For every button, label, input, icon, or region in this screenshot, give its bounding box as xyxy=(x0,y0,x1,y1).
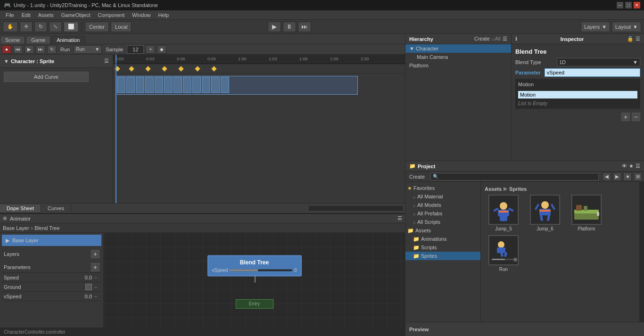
animator-menu[interactable]: ☰ xyxy=(397,215,402,221)
hierarchy-create[interactable]: Create xyxy=(474,36,490,42)
play-button[interactable]: ▶ xyxy=(268,22,281,32)
tree-all-material[interactable]: ⌕ All Material xyxy=(405,192,480,201)
menu-component[interactable]: Component xyxy=(94,11,128,19)
anim-play-btn[interactable]: ▶ xyxy=(25,45,34,54)
anim-loop-btn[interactable]: ↻ xyxy=(47,45,57,54)
rect-tool-button[interactable]: ⬜ xyxy=(64,22,79,32)
project-search[interactable]: 🔍 xyxy=(430,173,599,180)
breadcrumb-base-layer[interactable]: Base Layer xyxy=(3,225,29,231)
playhead-track[interactable] xyxy=(116,64,116,203)
pivot-button[interactable]: Center xyxy=(85,22,109,32)
param-vspeed-minus[interactable]: − xyxy=(92,294,99,299)
preview-section: Preview xyxy=(405,322,644,336)
add-motion-button[interactable]: + xyxy=(621,113,630,121)
asset-platform[interactable]: Platform xyxy=(568,195,605,231)
anim-prev-btn[interactable]: ⏮ xyxy=(13,45,23,54)
animator-graph[interactable]: Blend Tree vSpeed 0 Entry xyxy=(104,233,405,328)
menu-gameobject[interactable]: GameObject xyxy=(58,11,94,19)
hierarchy-item-main-camera[interactable]: Main Camera xyxy=(405,53,511,61)
pause-button[interactable]: ⏸ xyxy=(283,22,296,32)
layout-dropdown[interactable]: Layout ▼ xyxy=(612,22,641,32)
keyframe-1[interactable] xyxy=(129,66,134,71)
param-ground-checkbox[interactable] xyxy=(85,284,92,290)
tree-animations[interactable]: 📁 Animations xyxy=(405,235,480,243)
space-button[interactable]: Local xyxy=(111,22,132,32)
tree-sprites[interactable]: 📁 Sprites xyxy=(405,252,480,260)
add-keyframe-btn[interactable]: ◆ xyxy=(157,45,166,54)
rotate-tool-button[interactable]: ↻ xyxy=(34,22,47,32)
anim-record-btn[interactable]: ● xyxy=(2,45,11,54)
add-event-btn[interactable]: + xyxy=(146,45,155,54)
project-menu[interactable]: ☰ xyxy=(636,163,640,169)
menu-help[interactable]: Help xyxy=(154,11,173,19)
tab-scene[interactable]: Scene xyxy=(0,36,25,44)
right-top: Hierarchy Create ⌕All ☰ ▼ Character Main… xyxy=(405,34,644,161)
hand-tool-button[interactable]: ✋ xyxy=(3,22,18,32)
param-speed-minus[interactable]: − xyxy=(92,275,99,280)
project-filter-btn[interactable]: ★ xyxy=(623,172,632,181)
tree-favorites[interactable]: ★ Favorites xyxy=(405,184,480,192)
project-size-btn[interactable]: ⊞ xyxy=(634,172,642,181)
project-eye[interactable]: 👁 xyxy=(622,163,627,169)
run-dropdown[interactable]: Run ▼ xyxy=(74,45,102,54)
asset-run[interactable]: Run xyxy=(485,235,522,272)
project-fwd-btn[interactable]: ▶ xyxy=(613,172,621,181)
sample-value[interactable]: 12 xyxy=(127,45,144,54)
tab-curves[interactable]: Curves xyxy=(41,205,71,212)
hierarchy-menu[interactable]: ☰ xyxy=(503,36,507,42)
menu-assets[interactable]: Assets xyxy=(34,11,58,19)
move-tool-button[interactable]: ✛ xyxy=(20,22,33,32)
anim-next-btn[interactable]: ⏭ xyxy=(36,45,45,54)
inspector-lock[interactable]: 🔒 xyxy=(627,36,634,42)
menu-window[interactable]: Window xyxy=(128,11,154,19)
remove-motion-button[interactable]: − xyxy=(632,113,640,121)
hierarchy-item-platform[interactable]: Platform xyxy=(405,61,511,70)
tree-assets[interactable]: 📁 Assets xyxy=(405,226,480,235)
motion-selected-row[interactable]: Motion xyxy=(518,91,637,98)
tab-animation[interactable]: Animation xyxy=(51,36,85,44)
keyframe-3[interactable] xyxy=(162,66,167,71)
project-star[interactable]: ★ xyxy=(629,163,634,169)
param-ground-minus[interactable]: − xyxy=(92,284,99,290)
parameter-value[interactable]: vSpeed xyxy=(545,68,640,77)
add-param-button[interactable]: + xyxy=(91,263,99,271)
blend-type-value[interactable]: 1D ▼ xyxy=(557,58,640,66)
close-button[interactable]: ✕ xyxy=(634,2,640,8)
tree-all-prefabs[interactable]: ⌕ All Prefabs xyxy=(405,209,480,218)
blend-tree-node[interactable]: Blend Tree vSpeed 0 xyxy=(207,255,302,277)
keyframe-4[interactable] xyxy=(178,66,183,71)
add-layer-button[interactable]: + xyxy=(91,250,99,258)
param-speed-value[interactable]: 0.0 xyxy=(73,275,92,280)
tab-game[interactable]: Game xyxy=(26,36,50,44)
asset-jump6[interactable]: Jump_6 xyxy=(526,195,564,231)
param-slider[interactable] xyxy=(230,269,292,271)
menu-edit[interactable]: Edit xyxy=(18,11,34,19)
entry-node[interactable]: Entry xyxy=(236,299,273,309)
tree-all-scripts[interactable]: ⌕ All Scripts xyxy=(405,218,480,226)
inspector-menu[interactable]: ☰ xyxy=(636,36,640,42)
project-back-btn[interactable]: ◀ xyxy=(603,172,611,181)
menu-file[interactable]: File xyxy=(2,11,18,19)
timeline-scrollbar[interactable] xyxy=(309,206,403,211)
tab-dope-sheet[interactable]: Dope Sheet xyxy=(0,205,41,212)
project-scrollbar[interactable] xyxy=(639,182,644,322)
maximize-button[interactable]: □ xyxy=(625,2,632,8)
breadcrumb-blend-tree[interactable]: Blend Tree xyxy=(34,225,59,231)
tree-scripts[interactable]: 📁 Scripts xyxy=(405,243,480,252)
keyframe-6[interactable] xyxy=(211,66,216,71)
keyframe-5[interactable] xyxy=(195,66,200,71)
asset-jump5[interactable]: Jump_5 xyxy=(485,195,522,231)
project-create-btn[interactable]: Create xyxy=(407,174,427,180)
scale-tool-button[interactable]: ⤡ xyxy=(49,22,62,32)
tab-animator[interactable]: Animator xyxy=(10,216,31,221)
param-vspeed-value[interactable]: 0.0 xyxy=(73,294,92,299)
add-curve-button[interactable]: Add Curve xyxy=(4,72,89,82)
layers-dropdown[interactable]: Layers ▼ xyxy=(581,22,610,32)
base-layer-item[interactable]: ▶ Base Layer xyxy=(2,235,101,246)
keyframe-2[interactable] xyxy=(145,66,150,71)
tree-all-models[interactable]: ⌕ All Models xyxy=(405,201,480,209)
playhead[interactable] xyxy=(116,55,116,64)
step-button[interactable]: ⏭ xyxy=(298,22,311,32)
minimize-button[interactable]: ─ xyxy=(617,2,623,8)
hierarchy-item-character[interactable]: ▼ Character xyxy=(405,44,511,53)
